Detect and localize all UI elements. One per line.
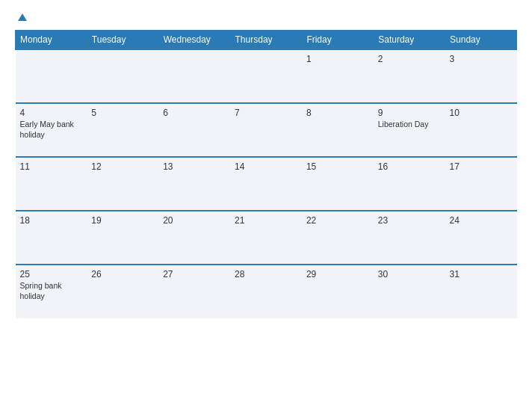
calendar-cell-w4-d4: 21	[230, 211, 302, 265]
day-number: 30	[378, 269, 441, 279]
calendar-cell-w1-d5: 1	[302, 49, 374, 103]
day-number: 4	[20, 108, 83, 118]
calendar-cell-w3-d6: 16	[374, 157, 445, 211]
day-number: 23	[378, 215, 441, 226]
day-number: 22	[306, 215, 369, 226]
calendar-cell-w2-d3: 6	[158, 103, 230, 157]
calendar-cell-w1-d4	[230, 49, 302, 103]
day-number: 3	[450, 54, 513, 64]
day-number: 28	[235, 269, 297, 279]
day-number: 1	[306, 54, 369, 64]
header	[15, 13, 517, 21]
weekday-header-tuesday: Tuesday	[87, 31, 158, 50]
day-number: 6	[163, 108, 226, 118]
day-number: 31	[450, 269, 513, 279]
day-number: 8	[306, 108, 369, 118]
weekday-header-row: MondayTuesdayWednesdayThursdayFridaySatu…	[16, 31, 517, 50]
day-number: 10	[450, 108, 513, 118]
event-label: Liberation Day	[378, 120, 441, 130]
calendar-cell-w1-d6: 2	[374, 49, 445, 103]
day-number: 14	[235, 161, 297, 172]
calendar-cell-w3-d5: 15	[302, 157, 374, 211]
event-label: Spring bank holiday	[20, 281, 83, 301]
calendar-cell-w5-d1: 25Spring bank holiday	[16, 265, 87, 318]
calendar-cell-w2-d4: 7	[230, 103, 302, 157]
calendar-cell-w2-d6: 9Liberation Day	[374, 103, 445, 157]
day-number: 15	[306, 161, 369, 172]
event-label: Early May bank holiday	[20, 120, 83, 140]
weekday-header-friday: Friday	[302, 31, 374, 50]
day-number: 2	[378, 54, 441, 64]
day-number: 26	[91, 269, 154, 279]
calendar-cell-w2-d1: 4Early May bank holiday	[16, 103, 87, 157]
weekday-header-wednesday: Wednesday	[158, 31, 230, 50]
calendar-cell-w3-d3: 13	[158, 157, 230, 211]
day-number: 19	[91, 215, 154, 226]
calendar-cell-w4-d7: 24	[445, 211, 517, 265]
week-row-3: 11121314151617	[16, 157, 517, 211]
calendar-cell-w1-d1	[16, 49, 87, 103]
day-number: 16	[378, 161, 441, 172]
week-row-4: 18192021222324	[16, 211, 517, 265]
week-row-2: 4Early May bank holiday56789Liberation D…	[16, 103, 517, 157]
day-number: 21	[235, 215, 297, 226]
day-number: 18	[20, 215, 83, 226]
calendar-cell-w3-d2: 12	[87, 157, 158, 211]
day-number: 11	[20, 161, 83, 172]
calendar-cell-w3-d4: 14	[230, 157, 302, 211]
calendar-cell-w5-d6: 30	[374, 265, 445, 318]
logo-blue-text	[15, 13, 27, 21]
calendar-cell-w3-d1: 11	[16, 157, 87, 211]
day-number: 20	[163, 215, 226, 226]
day-number: 12	[91, 161, 154, 172]
weekday-header-saturday: Saturday	[374, 31, 445, 50]
week-row-1: 123	[16, 49, 517, 103]
weekday-header-thursday: Thursday	[230, 31, 302, 50]
weekday-header-sunday: Sunday	[445, 31, 517, 50]
day-number: 13	[163, 161, 226, 172]
calendar-cell-w2-d2: 5	[87, 103, 158, 157]
week-row-5: 25Spring bank holiday262728293031	[16, 265, 517, 318]
calendar-cell-w2-d7: 10	[445, 103, 517, 157]
calendar-cell-w4-d2: 19	[87, 211, 158, 265]
calendar-cell-w3-d7: 17	[445, 157, 517, 211]
calendar-cell-w2-d5: 8	[302, 103, 374, 157]
day-number: 27	[163, 269, 226, 279]
calendar-cell-w4-d6: 23	[374, 211, 445, 265]
calendar-cell-w4-d1: 18	[16, 211, 87, 265]
calendar-cell-w1-d7: 3	[445, 49, 517, 103]
day-number: 29	[306, 269, 369, 279]
weekday-header-monday: Monday	[16, 31, 87, 50]
day-number: 25	[20, 269, 83, 279]
day-number: 9	[378, 108, 441, 118]
day-number: 7	[235, 108, 297, 118]
calendar-cell-w5-d2: 26	[87, 265, 158, 318]
logo	[15, 13, 27, 21]
day-number: 5	[91, 108, 154, 118]
calendar-cell-w5-d5: 29	[302, 265, 374, 318]
day-number: 24	[450, 215, 513, 226]
calendar-cell-w5-d7: 31	[445, 265, 517, 318]
calendar-cell-w5-d3: 27	[158, 265, 230, 318]
calendar-cell-w5-d4: 28	[230, 265, 302, 318]
day-number: 17	[450, 161, 513, 172]
calendar-page: MondayTuesdayWednesdayThursdayFridaySatu…	[0, 0, 532, 411]
calendar-cell-w1-d2	[87, 49, 158, 103]
calendar-cell-w1-d3	[158, 49, 230, 103]
calendar-cell-w4-d5: 22	[302, 211, 374, 265]
calendar-cell-w4-d3: 20	[158, 211, 230, 265]
logo-triangle-icon	[18, 13, 27, 21]
calendar-table: MondayTuesdayWednesdayThursdayFridaySatu…	[15, 30, 517, 318]
